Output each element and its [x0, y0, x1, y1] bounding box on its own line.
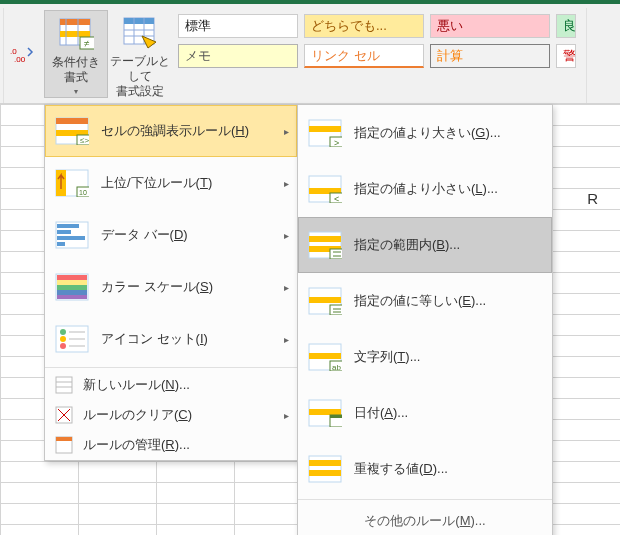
submenu-equal-to[interactable]: 指定の値に等しい(E)...	[298, 273, 552, 329]
svg-rect-79	[309, 470, 341, 476]
submenu-date-occurring[interactable]: 日付(A)...	[298, 385, 552, 441]
column-header-R[interactable]: R	[587, 190, 598, 207]
cell-styles-gallery[interactable]: 標準 どちらでも... 悪い 良 メモ リンク セル 計算 警	[172, 10, 582, 72]
style-link[interactable]: リンク セル	[304, 44, 424, 68]
conditional-formatting-button[interactable]: ≠ 条件付き 書式 ▾	[44, 10, 108, 98]
menu-label: 日付(A)...	[354, 404, 408, 422]
svg-rect-4	[60, 31, 90, 37]
menu-label: その他のルール(M)...	[364, 513, 485, 528]
svg-rect-61	[330, 249, 342, 259]
menu-label: 指定の値より小さい(L)...	[354, 180, 498, 198]
menu-separator	[298, 499, 552, 500]
conditional-formatting-icon: ≠	[58, 15, 94, 51]
text-contains-icon: ab	[308, 343, 342, 371]
style-calc[interactable]: 計算	[430, 44, 550, 68]
date-icon	[308, 399, 342, 427]
svg-rect-34	[57, 295, 87, 299]
svg-text:10: 10	[79, 189, 87, 196]
svg-rect-26	[57, 230, 71, 234]
svg-text:ab: ab	[332, 363, 341, 371]
style-normal[interactable]: 標準	[178, 14, 298, 38]
format-as-table-label: テーブルとして 書式設定	[110, 54, 170, 99]
svg-rect-66	[330, 305, 342, 315]
menu-clear-rules[interactable]: ルールのクリア(C) ▸	[45, 400, 297, 430]
svg-rect-65	[309, 297, 341, 303]
menu-new-rule[interactable]: 新しいルール(N)...	[45, 370, 297, 400]
new-rule-icon	[55, 376, 73, 394]
style-good[interactable]: 良	[556, 14, 576, 38]
menu-label: 新しいルール(N)...	[83, 376, 190, 394]
svg-rect-16	[56, 118, 88, 124]
chevron-down-icon: ▾	[74, 87, 78, 97]
svg-rect-30	[57, 275, 87, 280]
menu-label: 上位/下位ルール(T)	[101, 174, 212, 192]
menu-color-scales[interactable]: カラー スケール(S) ▸	[45, 261, 297, 313]
svg-rect-25	[57, 224, 79, 228]
svg-text:<: <	[334, 194, 339, 203]
color-scales-icon	[55, 273, 89, 301]
svg-rect-28	[57, 242, 65, 246]
highlight-cells-icon: ≤>	[55, 117, 89, 145]
svg-rect-74	[309, 409, 341, 415]
conditional-formatting-menu: ≤> セルの強調表示ルール(H) ▸ 10 上位/下位ルール(T) ▸ データ …	[44, 104, 298, 461]
style-neutral[interactable]: どちらでも...	[304, 14, 424, 38]
menu-label: セルの強調表示ルール(H)	[101, 122, 249, 140]
equal-to-icon	[308, 287, 342, 315]
menu-label: カラー スケール(S)	[101, 278, 213, 296]
menu-label: アイコン セット(I)	[101, 330, 208, 348]
chevron-right-icon: ▸	[284, 230, 289, 241]
svg-text:≤>: ≤>	[80, 136, 89, 145]
data-bars-icon	[55, 221, 89, 249]
svg-rect-42	[56, 377, 72, 393]
svg-rect-31	[57, 280, 87, 285]
svg-point-36	[60, 329, 66, 335]
menu-icon-sets[interactable]: アイコン セット(I) ▸	[45, 313, 297, 365]
between-icon	[308, 231, 342, 259]
menu-label: ルールのクリア(C)	[83, 406, 192, 424]
svg-rect-3	[60, 19, 90, 25]
menu-data-bars[interactable]: データ バー(D) ▸	[45, 209, 297, 261]
submenu-between[interactable]: 指定の範囲内(B)...	[298, 217, 552, 273]
submenu-more-rules[interactable]: その他のルール(M)...	[298, 502, 552, 535]
submenu-greater-than[interactable]: > 指定の値より大きい(G)...	[298, 105, 552, 161]
submenu-duplicate-values[interactable]: 重複する値(D)...	[298, 441, 552, 497]
manage-rules-icon	[55, 436, 73, 454]
svg-point-38	[60, 343, 66, 349]
svg-rect-51	[309, 126, 341, 132]
conditional-formatting-label: 条件付き 書式	[52, 55, 100, 85]
clear-rules-icon	[55, 406, 73, 424]
submenu-text-contains[interactable]: ab 文字列(T)...	[298, 329, 552, 385]
svg-rect-10	[124, 18, 154, 24]
svg-rect-27	[57, 236, 85, 240]
less-than-icon: <	[308, 175, 342, 203]
menu-separator	[45, 367, 297, 368]
decrease-decimal-button[interactable]: .0.00	[4, 8, 40, 103]
style-memo[interactable]: メモ	[178, 44, 298, 68]
chevron-right-icon: ▸	[284, 334, 289, 345]
highlight-cells-submenu: > 指定の値より大きい(G)... < 指定の値より小さい(L)... 指定の範…	[297, 104, 553, 535]
menu-label: 指定の値に等しい(E)...	[354, 292, 486, 310]
menu-label: 文字列(T)...	[354, 348, 420, 366]
svg-rect-70	[309, 353, 341, 359]
svg-text:≠: ≠	[84, 38, 90, 49]
svg-rect-49	[56, 437, 72, 441]
style-bad[interactable]: 悪い	[430, 14, 550, 38]
menu-label: ルールの管理(R)...	[83, 436, 190, 454]
svg-rect-76	[330, 415, 342, 418]
ribbon-group-styles: ≠ 条件付き 書式 ▾ テーブルとして 書式設定 ▾	[40, 8, 587, 103]
format-as-table-button[interactable]: テーブルとして 書式設定 ▾	[108, 10, 172, 98]
menu-manage-rules[interactable]: ルールの管理(R)...	[45, 430, 297, 460]
menu-top-bottom-rules[interactable]: 10 上位/下位ルール(T) ▸	[45, 157, 297, 209]
svg-rect-33	[57, 290, 87, 295]
svg-rect-59	[309, 236, 341, 242]
chevron-right-icon: ▸	[284, 126, 289, 137]
top-bottom-icon: 10	[55, 169, 89, 197]
icon-sets-icon	[55, 325, 89, 353]
style-warning[interactable]: 警	[556, 44, 576, 68]
duplicate-icon	[308, 455, 342, 483]
submenu-less-than[interactable]: < 指定の値より小さい(L)...	[298, 161, 552, 217]
svg-rect-78	[309, 460, 341, 466]
menu-label: 指定の範囲内(B)...	[354, 236, 460, 254]
menu-highlight-cells-rules[interactable]: ≤> セルの強調表示ルール(H) ▸	[45, 105, 297, 157]
menu-label: データ バー(D)	[101, 226, 188, 244]
